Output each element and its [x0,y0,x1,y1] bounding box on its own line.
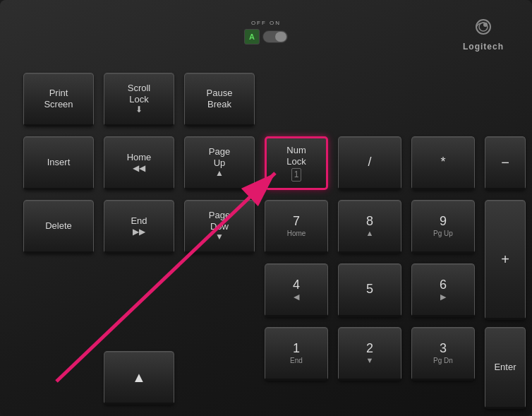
end-label: End [131,215,147,227]
svg-point-0 [476,20,490,34]
numpad-1-label: 1 [293,341,300,357]
num-lock-icon: 1 [291,168,302,181]
num-lock-line2: Lock [286,156,306,167]
keyboard-background: OFF ON A Logitech Print Screen Scroll Lo… [0,0,532,416]
numpad-7-key[interactable]: 7 Home [265,200,328,254]
delete-label: Delete [45,220,72,232]
page-down-line1: Page [209,210,230,221]
pause-line1: Pause [207,88,233,99]
pause-line2: Break [207,99,231,110]
scroll-lock-line1: Scroll [128,83,151,94]
num-lock-line1: Num [286,145,306,156]
numpad-2-label: 2 [366,341,373,357]
numpad-4-key[interactable]: 4 ◀ [265,263,328,317]
numpad-slash-label: / [368,155,371,170]
numpad-8-label: 8 [366,214,373,230]
up-arrow-key[interactable]: ▲ [104,351,174,405]
page-up-icon: ▲ [215,168,224,178]
numpad-4-icon: ◀ [294,292,299,302]
numpad-8-icon: ▲ [366,229,374,238]
numpad-3-label: 3 [440,341,447,357]
numpad-9-label: 9 [440,214,447,230]
page-down-icon: ▼ [215,232,224,242]
up-arrow-label: ▲ [132,369,146,386]
scroll-lock-icon: ⬇ [135,105,143,114]
num-lock-key[interactable]: Num Lock 1 [265,136,328,190]
numpad-1-sub: End [290,357,303,365]
numpad-3-sub: Pg Dn [433,357,453,365]
numpad-9-sub: Pg Up [433,230,453,238]
home-key[interactable]: Home ◀◀ [104,136,174,190]
off-on-label: OFF ON [251,20,281,26]
toggle-knob [275,32,286,42]
home-icon: ◀◀ [133,163,145,173]
numpad-star-key[interactable]: * [411,136,475,190]
end-key[interactable]: End ▶▶ [104,200,174,254]
numpad-7-sub: Home [287,230,306,238]
numpad-8-key[interactable]: 8 ▲ [338,200,401,254]
insert-label: Insert [47,157,71,168]
print-screen-line1: Print [49,88,68,99]
numpad-9-key[interactable]: 9 Pg Up [411,200,475,254]
numpad-minus-key[interactable]: − [485,136,526,190]
numpad-1-key[interactable]: 1 End [265,327,328,381]
led-indicator: A [244,29,260,44]
numpad-5-label: 5 [366,282,373,297]
numpad-3-key[interactable]: 3 Pg Dn [411,327,475,381]
page-up-line1: Page [209,146,230,158]
numpad-6-key[interactable]: 6 ▶ [411,263,475,317]
logitech-icon [469,18,497,39]
numpad-enter-key[interactable]: Enter [485,327,526,409]
numpad-plus-key[interactable]: + [485,200,526,320]
numpad-slash-key[interactable]: / [338,136,401,190]
print-screen-key[interactable]: Print Screen [23,73,94,126]
page-up-line2: Up [214,158,226,169]
numpad-6-icon: ▶ [440,292,446,302]
numpad-6-label: 6 [440,278,447,293]
numpad-7-label: 7 [293,214,300,230]
insert-key[interactable]: Insert [23,136,94,190]
delete-key[interactable]: Delete [23,200,94,254]
end-icon: ▶▶ [133,227,145,237]
numpad-minus-label: − [501,154,509,171]
page-up-key[interactable]: Page Up ▲ [184,136,255,190]
logitech-brand-text: Logitech [463,42,504,52]
pause-break-key[interactable]: Pause Break [184,73,255,126]
numpad-star-label: * [440,155,445,170]
numpad-2-icon: ▼ [366,356,374,365]
scroll-lock-key[interactable]: Scroll Lock ⬇ [104,73,174,126]
page-down-line2: Dow [210,221,229,232]
numpad-4-label: 4 [293,278,300,293]
toggle-switch[interactable] [262,30,288,43]
switch-container: A [244,29,288,44]
numpad-enter-label: Enter [494,362,516,373]
scroll-lock-line2: Lock [129,94,148,105]
numpad-2-key[interactable]: 2 ▼ [338,327,401,381]
page-down-key[interactable]: Page Dow ▼ [184,200,255,254]
home-label: Home [127,152,152,163]
logitech-logo: Logitech [463,18,504,52]
print-screen-line2: Screen [44,99,73,110]
switch-area: OFF ON A [244,20,288,44]
numpad-5-key[interactable]: 5 [338,263,401,317]
numpad-plus-label: + [501,251,509,268]
